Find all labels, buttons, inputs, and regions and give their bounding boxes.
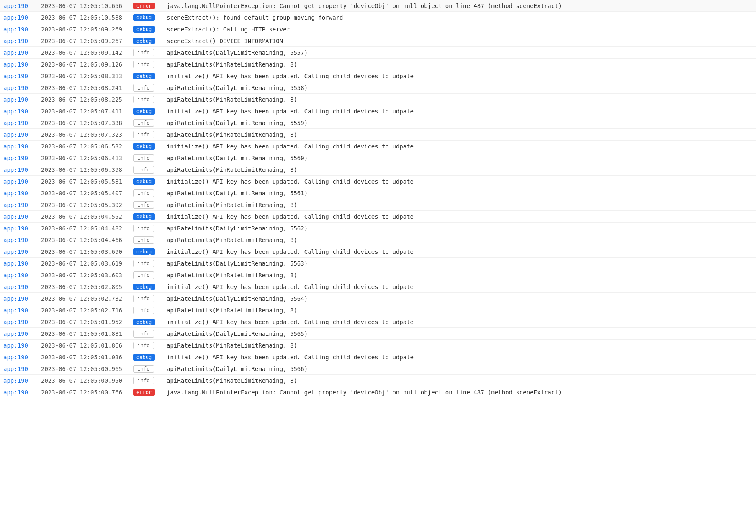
table-row: app:1902023-06-07 12:05:06.413infoapiRat… xyxy=(0,152,756,164)
log-timestamp: 2023-06-07 12:05:04.482 xyxy=(38,224,130,233)
log-timestamp: 2023-06-07 12:05:02.732 xyxy=(38,294,130,303)
log-source[interactable]: app:190 xyxy=(0,37,38,45)
log-level-cell: info xyxy=(130,130,163,139)
log-message: sceneExtract() DEVICE INFORMATION xyxy=(163,37,756,45)
log-message: apiRateLimits(MinRateLimitRemaing, 8) xyxy=(163,201,756,209)
log-level-cell: info xyxy=(130,329,163,338)
log-source[interactable]: app:190 xyxy=(0,166,38,174)
log-source[interactable]: app:190 xyxy=(0,2,38,10)
log-source[interactable]: app:190 xyxy=(0,376,38,385)
log-level-badge: info xyxy=(133,365,154,373)
log-source[interactable]: app:190 xyxy=(0,72,38,80)
log-source[interactable]: app:190 xyxy=(0,248,38,256)
log-level-badge: info xyxy=(133,84,154,92)
table-row: app:1902023-06-07 12:05:01.866infoapiRat… xyxy=(0,340,756,351)
log-level-cell: debug xyxy=(130,13,163,22)
log-timestamp: 2023-06-07 12:05:09.142 xyxy=(38,49,130,57)
log-level-cell: info xyxy=(130,60,163,69)
log-message: initialize() API key has been updated. C… xyxy=(163,142,756,151)
log-level-cell: info xyxy=(130,271,163,280)
log-source[interactable]: app:190 xyxy=(0,212,38,221)
log-message: initialize() API key has been updated. C… xyxy=(163,177,756,186)
log-source[interactable]: app:190 xyxy=(0,25,38,33)
table-row: app:1902023-06-07 12:05:03.603infoapiRat… xyxy=(0,269,756,281)
log-level-badge: debug xyxy=(133,354,155,361)
log-message: apiRateLimits(DailyLimitRemaining, 5557) xyxy=(163,49,756,57)
table-row: app:1902023-06-07 12:05:08.241infoapiRat… xyxy=(0,82,756,94)
log-level-badge: info xyxy=(133,236,154,244)
log-message: initialize() API key has been updated. C… xyxy=(163,318,756,326)
log-level-badge: info xyxy=(133,295,154,302)
log-source[interactable]: app:190 xyxy=(0,119,38,127)
log-source[interactable]: app:190 xyxy=(0,318,38,326)
table-row: app:1902023-06-07 12:05:06.398infoapiRat… xyxy=(0,164,756,176)
table-row: app:1902023-06-07 12:05:00.950infoapiRat… xyxy=(0,375,756,386)
log-source[interactable]: app:190 xyxy=(0,189,38,197)
log-source[interactable]: app:190 xyxy=(0,130,38,139)
log-level-badge: info xyxy=(133,307,154,314)
log-level-cell: info xyxy=(130,235,163,245)
log-message: apiRateLimits(MinRateLimitRemaing, 8) xyxy=(163,166,756,174)
log-source[interactable]: app:190 xyxy=(0,236,38,244)
table-row: app:1902023-06-07 12:05:08.225infoapiRat… xyxy=(0,94,756,105)
log-source[interactable]: app:190 xyxy=(0,13,38,22)
log-source[interactable]: app:190 xyxy=(0,60,38,69)
log-level-cell: debug xyxy=(130,248,163,256)
table-row: app:1902023-06-07 12:05:09.269debugscene… xyxy=(0,23,756,35)
log-source[interactable]: app:190 xyxy=(0,177,38,186)
log-level-cell: debug xyxy=(130,107,163,115)
log-level-badge: debug xyxy=(133,178,155,185)
log-message: apiRateLimits(MinRateLimitRemaing, 8) xyxy=(163,306,756,315)
log-level-cell: debug xyxy=(130,212,163,221)
log-timestamp: 2023-06-07 12:05:06.398 xyxy=(38,166,130,174)
log-message: apiRateLimits(DailyLimitRemaining, 5560) xyxy=(163,154,756,162)
log-message: initialize() API key has been updated. C… xyxy=(163,72,756,80)
log-level-cell: info xyxy=(130,48,163,57)
log-level-cell: info xyxy=(130,165,163,174)
log-timestamp: 2023-06-07 12:05:01.952 xyxy=(38,318,130,326)
log-level-badge: info xyxy=(133,201,154,209)
log-timestamp: 2023-06-07 12:05:09.269 xyxy=(38,25,130,33)
log-source[interactable]: app:190 xyxy=(0,341,38,350)
log-level-badge: info xyxy=(133,166,154,174)
log-message: sceneExtract(): found default group movi… xyxy=(163,13,756,22)
log-source[interactable]: app:190 xyxy=(0,283,38,291)
log-message: initialize() API key has been updated. C… xyxy=(163,107,756,115)
log-source[interactable]: app:190 xyxy=(0,388,38,396)
log-message: initialize() API key has been updated. C… xyxy=(163,248,756,256)
table-row: app:1902023-06-07 12:05:06.532debuginiti… xyxy=(0,141,756,152)
log-source[interactable]: app:190 xyxy=(0,154,38,162)
log-timestamp: 2023-06-07 12:05:06.413 xyxy=(38,154,130,162)
log-message: apiRateLimits(MinRateLimitRemaing, 8) xyxy=(163,376,756,385)
log-source[interactable]: app:190 xyxy=(0,330,38,338)
table-row: app:1902023-06-07 12:05:10.656errorjava.… xyxy=(0,0,756,12)
table-row: app:1902023-06-07 12:05:03.619infoapiRat… xyxy=(0,258,756,269)
log-message: apiRateLimits(MinRateLimitRemaing, 8) xyxy=(163,95,756,104)
log-level-cell: info xyxy=(130,294,163,303)
log-level-cell: info xyxy=(130,341,163,350)
log-message: apiRateLimits(MinRateLimitRemaing, 8) xyxy=(163,341,756,350)
log-message: initialize() API key has been updated. C… xyxy=(163,353,756,361)
log-timestamp: 2023-06-07 12:05:01.881 xyxy=(38,330,130,338)
log-source[interactable]: app:190 xyxy=(0,306,38,315)
log-level-cell: info xyxy=(130,200,163,210)
log-source[interactable]: app:190 xyxy=(0,84,38,92)
log-source[interactable]: app:190 xyxy=(0,95,38,104)
log-level-cell: debug xyxy=(130,318,163,326)
log-message: java.lang.NullPointerException: Cannot g… xyxy=(163,2,756,10)
log-message: initialize() API key has been updated. C… xyxy=(163,212,756,221)
log-source[interactable]: app:190 xyxy=(0,49,38,57)
log-source[interactable]: app:190 xyxy=(0,224,38,233)
log-source[interactable]: app:190 xyxy=(0,294,38,303)
log-source[interactable]: app:190 xyxy=(0,142,38,151)
log-level-cell: debug xyxy=(130,37,163,45)
log-source[interactable]: app:190 xyxy=(0,259,38,268)
log-level-cell: debug xyxy=(130,25,163,33)
log-source[interactable]: app:190 xyxy=(0,353,38,361)
log-source[interactable]: app:190 xyxy=(0,107,38,115)
log-source[interactable]: app:190 xyxy=(0,201,38,209)
log-timestamp: 2023-06-07 12:05:04.552 xyxy=(38,212,130,221)
log-source[interactable]: app:190 xyxy=(0,271,38,279)
log-level-cell: info xyxy=(130,306,163,315)
log-source[interactable]: app:190 xyxy=(0,365,38,373)
